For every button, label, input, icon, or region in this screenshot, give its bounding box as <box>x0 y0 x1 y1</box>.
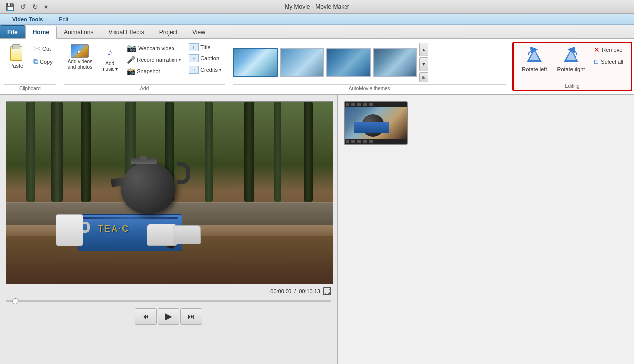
film-strip-bottom <box>345 139 407 144</box>
kettle-handle <box>177 162 190 184</box>
credits-button[interactable]: C Credits ▾ <box>185 64 225 75</box>
clipboard-group-label: Clipboard <box>4 84 56 92</box>
copy-button[interactable]: ⧉ Copy <box>30 56 56 67</box>
paste-button[interactable]: Paste <box>4 42 29 71</box>
credits-dropdown-arrow: ▾ <box>219 68 221 72</box>
edit-context-label: Edit <box>51 15 76 23</box>
editing-content: Rotate left Rotate right <box>518 43 627 82</box>
caption-button[interactable]: ≡ Caption <box>185 53 225 64</box>
time-display: 00:00.00 / 00:10.13 <box>6 287 331 295</box>
editing-group: Rotate left Rotate right <box>512 42 632 91</box>
add-group-label: Add <box>64 84 225 92</box>
fullscreen-icon-svg <box>325 289 330 294</box>
title-button[interactable]: T Title <box>185 42 225 52</box>
record-narration-button[interactable]: 🎤 Record narration ▾ <box>123 54 184 65</box>
video-preview: TEA·C <box>6 101 333 284</box>
time-separator: / <box>294 288 296 294</box>
select-all-icon: ⊡ <box>594 58 599 65</box>
webcam-video-button[interactable]: 📷 Webcam video <box>123 42 184 54</box>
webcam-icon: 📷 <box>127 43 137 52</box>
video-tools-label: Video Tools <box>4 15 51 23</box>
theme-scroll-up[interactable]: ▲ <box>419 43 428 56</box>
theme-nav: ▲ ▼ ⊞ <box>419 43 428 82</box>
tab-row: File Home Animations Visual Effects Proj… <box>0 25 634 39</box>
tab-home[interactable]: Home <box>25 26 57 39</box>
video-background: TEA·C <box>6 102 333 284</box>
copy-icon: ⧉ <box>33 57 38 66</box>
tree-8 <box>274 102 281 202</box>
automovie-group: ▲ ▼ ⊞ AutoMovie themes <box>229 41 510 92</box>
add-group-content: Add videosand photos ♪ Addmusic ▾ 📷 Webc… <box>64 41 225 84</box>
snapshot-button[interactable]: 📸 Snapshot <box>123 66 184 77</box>
rotate-left-button[interactable]: Rotate left <box>518 44 551 75</box>
cut-copy-group: ✂ Cut ⧉ Copy <box>30 42 56 67</box>
play-icon: ▶ <box>165 311 172 322</box>
text-group: T Title ≡ Caption C Credits ▾ <box>185 42 225 75</box>
theme-4[interactable] <box>373 48 417 77</box>
total-time: 00:10.13 <box>299 288 320 294</box>
credits-icon: C <box>189 66 199 74</box>
storyboard-panel <box>337 95 634 364</box>
context-tab-bar: Video Tools Edit <box>0 14 634 25</box>
playback-controls: ⏮ ▶ ⏭ <box>6 308 331 325</box>
tab-file[interactable]: File <box>0 25 25 38</box>
scrubber-thumb[interactable] <box>12 298 18 304</box>
ribbon: Paste ✂ Cut ⧉ Copy Clipboard Add videosa… <box>0 39 634 95</box>
add-videos-button[interactable]: Add videosand photos <box>64 42 96 72</box>
narration-dropdown-arrow: ▾ <box>179 58 181 62</box>
theme-2[interactable] <box>280 48 324 77</box>
clipboard-group-content: Paste ✂ Cut ⧉ Copy <box>4 41 56 84</box>
tree-1 <box>26 102 35 202</box>
play-button[interactable]: ▶ <box>158 308 179 325</box>
theme-scroll-down[interactable]: ▼ <box>419 57 428 71</box>
storyboard-clip-1[interactable] <box>344 101 408 145</box>
paste-icon <box>8 44 24 62</box>
tab-view[interactable]: View <box>185 25 213 38</box>
title-icon: T <box>189 43 199 51</box>
tab-visual-effects[interactable]: Visual Effects <box>101 25 151 38</box>
add-small-group: 📷 Webcam video 🎤 Record narration ▾ 📸 Sn… <box>123 42 184 77</box>
scrubber[interactable] <box>6 297 331 305</box>
themes-content: ▲ ▼ ⊞ <box>233 41 506 84</box>
video-panel: TEA·C <box>0 95 337 364</box>
tab-project[interactable]: Project <box>152 25 185 38</box>
rotate-right-button[interactable]: Rotate right <box>552 44 589 75</box>
add-music-button[interactable]: ♪ Addmusic ▾ <box>97 42 122 74</box>
undo-button[interactable]: ↺ <box>18 2 28 12</box>
select-all-button[interactable]: ⊡ Select all <box>590 57 627 67</box>
window-title: My Movie - Movie Maker <box>285 3 349 10</box>
tab-animations[interactable]: Animations <box>57 25 101 38</box>
kettle-lid-knob <box>140 156 147 160</box>
fast-forward-button[interactable]: ⏭ <box>180 308 202 325</box>
tree-7 <box>244 102 254 202</box>
add-videos-label: Add videosand photos <box>68 59 93 70</box>
mug-handle <box>83 222 90 233</box>
fullscreen-button[interactable] <box>323 287 331 295</box>
theme-expand[interactable]: ⊞ <box>419 72 428 82</box>
scrubber-track[interactable] <box>6 300 331 302</box>
remove-icon: ✕ <box>594 46 600 53</box>
qat-dropdown-button[interactable]: ▾ <box>42 2 50 12</box>
tree-6 <box>205 102 213 202</box>
tree-2 <box>51 102 63 202</box>
rotate-left-icon <box>524 47 544 65</box>
cut-button[interactable]: ✂ Cut <box>30 42 56 55</box>
main-content: TEA·C <box>0 95 634 364</box>
editing-group-label: Editing <box>518 82 627 90</box>
rewind-button[interactable]: ⏮ <box>135 308 157 325</box>
theme-1[interactable] <box>233 48 278 77</box>
title-bar: 💾 ↺ ↻ ▾ My Movie - Movie Maker <box>0 0 634 14</box>
rewind-icon: ⏮ <box>142 312 149 320</box>
kettle-sphere <box>121 162 175 214</box>
remove-button[interactable]: ✕ Remove <box>590 44 627 55</box>
caption-icon: ≡ <box>189 54 199 62</box>
redo-button[interactable]: ↻ <box>30 2 40 12</box>
mug <box>56 214 83 246</box>
current-time: 00:00.00 <box>270 288 291 294</box>
save-button[interactable]: 💾 <box>4 2 16 12</box>
theme-3[interactable] <box>326 48 371 77</box>
clip-preview <box>345 107 407 139</box>
video-thumb-icon <box>71 44 89 58</box>
rotate-right-icon <box>561 47 581 65</box>
video-controls: 00:00.00 / 00:10.13 <box>6 287 331 325</box>
